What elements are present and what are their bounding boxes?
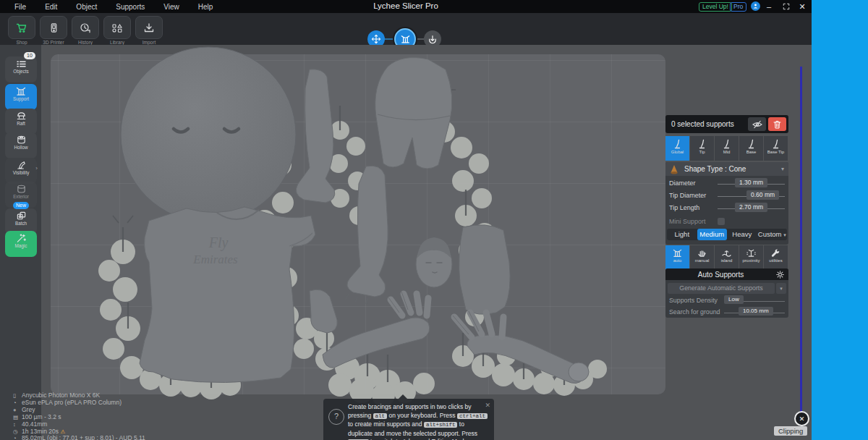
tab-island[interactable]: island bbox=[715, 245, 739, 270]
viewport-3d[interactable]: Fly Emirates bbox=[0, 45, 812, 440]
user-avatar[interactable] bbox=[751, 1, 760, 11]
support-settings-block: Shape Type : Cone ▾ Diameter 1.30 mm Tip… bbox=[665, 162, 788, 245]
ground-value[interactable]: 10.05 mm bbox=[739, 307, 773, 316]
hide-supports-button[interactable] bbox=[748, 117, 766, 131]
preset-custom[interactable]: Custom ▾ bbox=[757, 229, 788, 240]
sidebar-item-objects[interactable]: Objects bbox=[5, 56, 37, 82]
question-mark-icon: ? bbox=[328, 409, 344, 425]
menu-item-edit[interactable]: Edit bbox=[45, 3, 57, 11]
import-icon bbox=[143, 22, 155, 33]
diameter-row: Diameter 1.30 mm bbox=[665, 177, 788, 189]
mini-support-checkbox[interactable] bbox=[718, 218, 725, 225]
trash-icon bbox=[773, 120, 781, 129]
tab-mid[interactable]: Mid bbox=[715, 136, 739, 161]
magic-icon bbox=[16, 233, 27, 243]
sidebar-item-hollow[interactable]: Hollow bbox=[5, 132, 37, 158]
clipping-slider[interactable] bbox=[800, 67, 802, 412]
printer-icon bbox=[48, 22, 59, 33]
eye-slash-icon bbox=[752, 120, 762, 129]
preset-light[interactable]: Light bbox=[667, 229, 697, 240]
library-button[interactable]: Library bbox=[101, 16, 133, 45]
tab-tip[interactable]: Tip bbox=[690, 136, 714, 161]
tip-diameter-value[interactable]: 0.60 mm bbox=[746, 190, 779, 200]
level-up-badge[interactable]: Level Up! bbox=[699, 2, 732, 12]
generate-supports-button[interactable]: Generate Automatic Supports bbox=[668, 283, 775, 294]
tip-diameter-row: Tip Diameter 0.60 mm bbox=[665, 190, 788, 201]
auto-supports-block: Auto Supports Generate Automatic Support… bbox=[665, 268, 788, 318]
batch-icon bbox=[16, 211, 27, 221]
support-part-tabs: Global Tip Mid Base Base Tip bbox=[665, 136, 788, 161]
shape-caret-icon: ▾ bbox=[781, 166, 784, 172]
mid-support-icon bbox=[723, 139, 731, 149]
import-button[interactable]: Import bbox=[133, 16, 165, 45]
main-toolbar: Shop 3D Printer History Library Import bbox=[0, 13, 812, 46]
history-icon bbox=[80, 22, 91, 33]
help-tooltip: ? ✕ Create bracings and supports in two … bbox=[323, 399, 494, 440]
generate-dropdown-button[interactable]: ▾ bbox=[776, 283, 786, 294]
sidebar-item-visibility[interactable]: Visibility › bbox=[5, 158, 37, 184]
delete-supports-button[interactable] bbox=[768, 117, 786, 131]
menu-item-help[interactable]: Help bbox=[198, 3, 213, 11]
auto-supports-gear-icon[interactable] bbox=[776, 271, 784, 279]
generate-supports-row: Generate Automatic Supports ▾ bbox=[668, 283, 786, 294]
tab-base[interactable]: Base bbox=[739, 136, 763, 161]
key-ctrl-alt: ctrl+alt bbox=[457, 413, 488, 419]
support-mode-tabs: auto manual island proximity utilities bbox=[665, 245, 788, 270]
exterior-icon bbox=[16, 184, 27, 194]
tooltip-pointer bbox=[399, 394, 407, 399]
sidebar-item-magic[interactable]: Magic bbox=[5, 231, 37, 257]
history-button[interactable]: History bbox=[69, 16, 101, 45]
prepare-icon bbox=[400, 34, 411, 44]
warning-icon: ⚠ bbox=[60, 428, 65, 435]
tab-utilities[interactable]: utilities bbox=[764, 245, 788, 270]
preset-medium[interactable]: Medium bbox=[697, 229, 728, 240]
sidebar-item-support[interactable]: Support bbox=[5, 84, 37, 110]
print-status-info: ▯Anycubic Photon Mono X 6K ◔eSun ePLA pr… bbox=[13, 392, 145, 440]
diameter-value[interactable]: 1.30 mm bbox=[735, 178, 767, 187]
tab-base-tip[interactable]: Base Tip bbox=[764, 136, 788, 161]
menu-items: File Edit Object Supports View Help bbox=[14, 0, 213, 13]
island-icon bbox=[721, 248, 732, 258]
sidebar-item-raft[interactable]: Raft bbox=[5, 109, 37, 135]
maximize-button[interactable] bbox=[780, 0, 793, 13]
support-icon bbox=[15, 86, 27, 96]
density-value[interactable]: Low bbox=[724, 295, 744, 304]
manual-icon bbox=[697, 248, 707, 258]
menu-item-view[interactable]: View bbox=[163, 3, 179, 11]
tip-length-value[interactable]: 2.70 mm bbox=[735, 203, 767, 212]
build-plate[interactable] bbox=[51, 54, 665, 394]
preset-heavy[interactable]: Heavy bbox=[727, 229, 757, 240]
preset-row: Light Medium Heavy Custom ▾ bbox=[667, 229, 787, 240]
minimize-button[interactable]: – bbox=[762, 0, 775, 13]
menu-item-object[interactable]: Object bbox=[76, 3, 97, 11]
hollow-icon bbox=[16, 135, 27, 145]
key-alt: alt bbox=[373, 413, 388, 419]
close-button[interactable]: ✕ bbox=[796, 0, 809, 13]
auto-icon bbox=[672, 248, 683, 258]
selected-supports-count: 0 selected supports bbox=[671, 120, 748, 128]
tab-proximity[interactable]: proximity bbox=[739, 245, 763, 270]
key-alt-shift: alt+shift bbox=[424, 422, 458, 428]
tab-auto[interactable]: auto bbox=[665, 245, 689, 270]
visibility-icon bbox=[16, 160, 27, 170]
cart-icon bbox=[16, 22, 27, 33]
menu-bar: File Edit Object Supports View Help Lych… bbox=[0, 0, 812, 13]
tab-global[interactable]: Global bbox=[665, 136, 689, 161]
objects-icon bbox=[16, 59, 27, 69]
export-icon bbox=[427, 35, 438, 44]
shop-button[interactable]: Shop bbox=[6, 16, 38, 45]
menu-item-file[interactable]: File bbox=[14, 3, 26, 11]
tooltip-close-icon[interactable]: ✕ bbox=[485, 402, 490, 410]
tab-manual[interactable]: manual bbox=[690, 245, 714, 270]
auto-supports-header: Auto Supports bbox=[665, 268, 788, 280]
new-badge: New bbox=[13, 202, 29, 209]
app-window: File Edit Object Supports View Help Lych… bbox=[0, 0, 868, 440]
menu-item-supports[interactable]: Supports bbox=[116, 3, 145, 11]
printers-button[interactable]: 3D Printer bbox=[38, 16, 69, 45]
shape-type-dropdown[interactable]: Shape Type : Cone ▾ bbox=[665, 162, 788, 176]
visibility-expand-arrow[interactable]: › bbox=[35, 165, 38, 172]
selected-supports-header: 0 selected supports bbox=[665, 115, 788, 133]
clipping-handle[interactable]: ✕ bbox=[794, 411, 809, 426]
pro-badge[interactable]: Pro bbox=[730, 2, 746, 12]
tip-support-icon bbox=[698, 139, 707, 149]
